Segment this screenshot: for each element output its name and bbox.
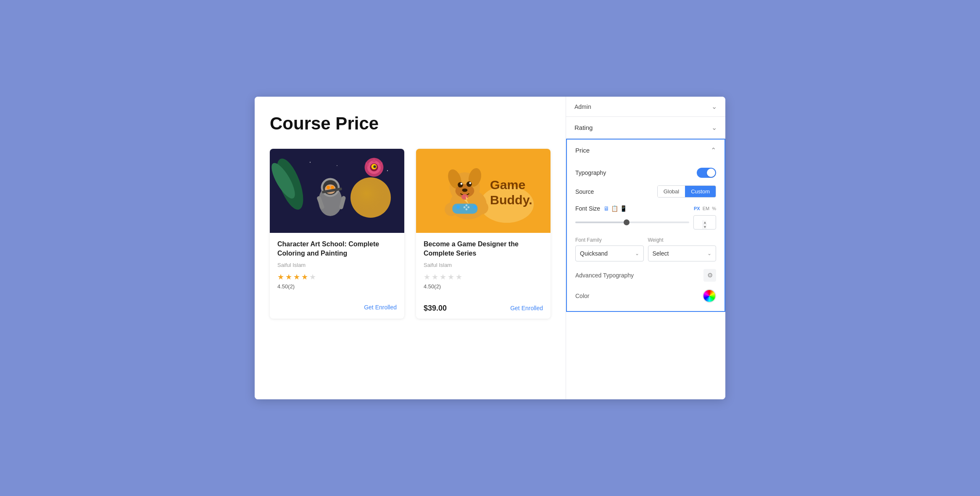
advanced-typography-row: Advanced Typography ⚙ (575, 269, 716, 282)
svg-point-46 (473, 205, 477, 208)
sidebar-scroll[interactable]: Admin ⌄ Rating ⌄ Price ⌃ Ty (566, 97, 725, 399)
source-label: Source (575, 188, 594, 195)
weight-label: Weight (648, 237, 717, 243)
arrow-down[interactable]: ▼ (703, 225, 707, 229)
svg-text:Game: Game (490, 177, 525, 192)
number-input-inner (698, 216, 711, 220)
weight-chevron: ⌄ (707, 251, 711, 256)
star-2-5: ★ (456, 272, 462, 282)
font-size-slider[interactable] (575, 222, 689, 223)
course-body-2: Become a Game Designer the Complete Seri… (416, 233, 551, 301)
weight-dropdown[interactable]: Select ⌄ (648, 245, 717, 261)
svg-point-3 (337, 165, 337, 166)
font-family-col: Font Family Quicksand ⌄ (575, 237, 644, 261)
sidebar-top-bar[interactable]: Admin ⌄ (566, 97, 725, 117)
mobile-icon[interactable]: 📱 (620, 205, 627, 212)
course-footer-2: $39.00 Get Enrolled (416, 301, 551, 319)
svg-point-11 (350, 177, 391, 218)
arrow-up[interactable]: ▲ (703, 220, 707, 225)
unit-em[interactable]: EM (703, 206, 710, 211)
course-art-svg-2: Game Buddy. (416, 149, 551, 233)
svg-point-40 (462, 188, 468, 192)
course-rating-text-1: 4.50(2) (277, 283, 397, 290)
star-2-3: ★ (440, 272, 446, 282)
advanced-typography-gear[interactable]: ⚙ (703, 269, 716, 282)
font-family-row: Font Family Quicksand ⌄ Weight Select ⌄ (575, 237, 716, 261)
sidebar-admin-chevron: ⌄ (711, 103, 717, 111)
toggle-knob (707, 169, 715, 177)
star-1-4: ★ (301, 272, 308, 282)
svg-point-37 (466, 182, 472, 187)
course-price: $39.00 (424, 304, 447, 313)
font-family-dropdown[interactable]: Quicksand ⌄ (575, 245, 644, 261)
typography-label: Typography (575, 169, 606, 176)
font-family-label: Font Family (575, 237, 644, 243)
font-size-header: Font Size 🖥 📋 📱 PX EM % (575, 205, 716, 212)
color-swatch[interactable] (703, 289, 716, 303)
course-stars-1: ★ ★ ★ ★ ★ (277, 272, 397, 282)
font-family-chevron: ⌄ (635, 251, 639, 256)
weight-col: Weight Select ⌄ (648, 237, 717, 261)
source-buttons: Global Custom (657, 185, 716, 198)
unit-percent[interactable]: % (712, 206, 716, 211)
device-icons: 🖥 📋 📱 (603, 205, 627, 212)
svg-point-36 (458, 182, 463, 187)
sidebar-panel: Admin ⌄ Rating ⌄ Price ⌃ Ty (566, 97, 725, 399)
source-custom-btn[interactable]: Custom (685, 186, 716, 197)
star-2-2: ★ (432, 272, 438, 282)
advanced-typography-label: Advanced Typography (575, 272, 634, 279)
svg-point-38 (461, 183, 463, 185)
unit-buttons: PX EM % (694, 206, 716, 211)
course-thumbnail-1 (270, 149, 404, 233)
svg-point-48 (466, 208, 468, 211)
price-chevron: ⌃ (711, 146, 716, 154)
typography-toggle[interactable] (697, 168, 716, 178)
color-row: Color (575, 289, 716, 303)
sidebar-top-label: Admin (574, 103, 591, 110)
course-rating-text-2: 4.50(2) (424, 283, 543, 290)
svg-point-25 (331, 186, 334, 189)
rating-chevron: ⌄ (711, 124, 717, 132)
font-size-row: Font Size 🖥 📋 📱 PX EM % (575, 205, 716, 230)
price-label: Price (575, 147, 590, 154)
star-1-3: ★ (293, 272, 300, 282)
svg-point-5 (387, 170, 388, 171)
enroll-link-1[interactable]: Get Enrolled (364, 304, 397, 311)
font-size-label: Font Size 🖥 📋 📱 (575, 205, 627, 212)
course-card-2: Game Buddy. Become a Game Designer the C… (416, 149, 551, 319)
slider-thumb[interactable] (624, 219, 630, 225)
number-arrows: ▲ ▼ (703, 220, 707, 229)
course-author-1: Saiful Islam (277, 262, 397, 268)
sidebar-section-rating-header[interactable]: Rating ⌄ (566, 117, 725, 138)
svg-point-16 (373, 165, 376, 168)
course-stars-2: ★ ★ ★ ★ ★ (424, 272, 543, 282)
course-author-2: Saiful Islam (424, 262, 543, 268)
main-content: Course Price (255, 97, 566, 399)
course-thumbnail-2: Game Buddy. (416, 149, 551, 233)
star-1-1: ★ (277, 272, 284, 282)
svg-point-49 (464, 206, 466, 208)
course-art-svg-1 (270, 149, 404, 233)
tablet-icon[interactable]: 📋 (611, 205, 618, 212)
svg-rect-29 (416, 157, 551, 224)
star-2-4: ★ (448, 272, 454, 282)
font-family-value: Quicksand (580, 250, 608, 257)
svg-point-47 (466, 204, 468, 206)
svg-point-50 (467, 206, 469, 208)
sidebar-section-rating: Rating ⌄ (566, 117, 725, 139)
course-title-1: Character Art School: Complete Coloring … (277, 240, 397, 259)
course-body-1: Character Art School: Complete Coloring … (270, 233, 404, 301)
desktop-icon[interactable]: 🖥 (603, 205, 609, 212)
enroll-link-2[interactable]: Get Enrolled (510, 305, 543, 311)
svg-point-2 (310, 162, 311, 163)
svg-rect-44 (452, 203, 477, 214)
source-global-btn[interactable]: Global (658, 186, 685, 197)
source-row: Source Global Custom (575, 185, 716, 198)
star-1-5: ★ (309, 272, 316, 282)
font-size-number-input[interactable]: ▲ ▼ (693, 215, 716, 230)
sidebar-section-price: Price ⌃ Typography Source (566, 139, 725, 312)
page-title: Course Price (270, 113, 551, 134)
sidebar-section-price-header[interactable]: Price ⌃ (567, 140, 724, 161)
unit-px[interactable]: PX (694, 206, 700, 211)
rating-label: Rating (574, 124, 593, 131)
